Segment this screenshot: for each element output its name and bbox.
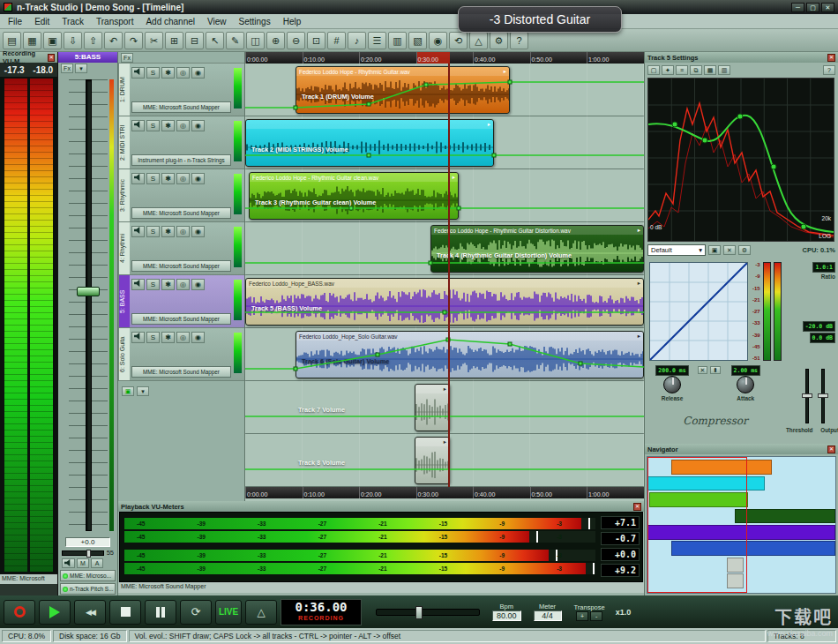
track-name-label[interactable]: 2: MIDI STRI	[118, 116, 130, 168]
track-speaker-icon[interactable]	[131, 226, 145, 237]
track-solo-button[interactable]: S	[146, 226, 160, 237]
rewind-button[interactable]: ◀◀	[74, 600, 106, 625]
metronome-button[interactable]: △	[245, 600, 277, 625]
mute-button[interactable]: M	[77, 558, 89, 568]
fader-handle[interactable]	[77, 287, 100, 296]
eq-spectrum-display[interactable]: 0 dB 20k LOG	[647, 78, 834, 242]
speaker-icon[interactable]	[62, 558, 75, 568]
record-button[interactable]	[4, 600, 35, 625]
audio-clip-track-3[interactable]: Federico Loddo Hope - Rhythmic Guitar cl…	[249, 172, 459, 220]
clip-volume-icon[interactable]: ▸	[444, 438, 446, 446]
track-pan-knob[interactable]: ◎	[176, 332, 190, 343]
timeline[interactable]: 0:00.000:10.000:20.000:30.000:40.000:50.…	[245, 52, 644, 501]
new-file-icon[interactable]: ▤	[3, 32, 21, 49]
loop-button[interactable]: ⟳	[180, 600, 212, 625]
open-file-icon[interactable]: ▦	[23, 32, 41, 49]
close-button[interactable]: ✕	[821, 3, 834, 12]
menu-item-file[interactable]: File	[2, 15, 28, 28]
menu-item-view[interactable]: View	[201, 15, 233, 28]
tracks-fx-button[interactable]: Fx	[121, 53, 133, 63]
settings-icon[interactable]: ⚙	[490, 32, 508, 49]
channel-device-button[interactable]: MME: Microso...	[60, 570, 116, 581]
zoom-out-icon[interactable]: ⊖	[287, 32, 305, 49]
track-fx-button[interactable]: ✱	[161, 226, 175, 237]
track-device-button[interactable]: MME: Microsoft Sound Mapper	[131, 207, 231, 219]
minimize-button[interactable]: ─	[791, 3, 804, 12]
audio-clip-track-8[interactable]: ▸	[415, 437, 450, 484]
track-device-button[interactable]: MME: Microsoft Sound Mapper	[131, 260, 231, 272]
grid-icon[interactable]: #	[327, 32, 346, 49]
track-fx-button[interactable]: ✱	[161, 173, 175, 184]
cut-icon[interactable]: ✂	[145, 32, 163, 49]
audio-clip-track-7[interactable]: ▸	[415, 384, 450, 431]
audio-clip-track-6[interactable]: Federico Loddo_Hope_Solo Guitar.wav▸Trac…	[296, 331, 644, 378]
close-icon[interactable]: ✕	[827, 446, 835, 453]
track-fx-button[interactable]: ✱	[161, 279, 175, 290]
track-speaker-icon[interactable]	[131, 279, 145, 290]
track-pan-knob[interactable]: ◎	[176, 226, 190, 237]
track-device-button[interactable]: MME: Microsoft Sound Mapper	[131, 101, 231, 113]
playhead[interactable]	[448, 64, 450, 487]
mixer-icon[interactable]: ▥	[388, 32, 407, 49]
slider-handle[interactable]	[415, 606, 423, 619]
live-button[interactable]: LIVE	[215, 600, 242, 625]
remove-plugin-icon[interactable]: ⬍	[710, 366, 721, 374]
close-icon[interactable]: ✕	[48, 54, 55, 62]
menu-item-add-channel[interactable]: Add channel	[139, 15, 201, 28]
metronome-icon[interactable]: △	[469, 32, 488, 49]
clip-volume-icon[interactable]: ▸	[638, 280, 640, 287]
navigator-map[interactable]	[647, 456, 836, 594]
track-name-label[interactable]: 5: BASS	[118, 275, 130, 327]
paste-icon[interactable]: ⊟	[185, 32, 204, 49]
preset-dropdown[interactable]: Default▾	[647, 244, 706, 256]
save-icon[interactable]: ▣	[43, 32, 62, 49]
transpose-up-button[interactable]: +	[576, 611, 588, 621]
pause-button[interactable]	[145, 600, 176, 625]
output-slider[interactable]	[816, 367, 830, 425]
channel-menu-button[interactable]: ▾	[75, 64, 87, 73]
clip-volume-icon[interactable]: ▸	[638, 333, 640, 340]
pan-slider[interactable]	[62, 550, 104, 556]
piano-roll-icon[interactable]: ♪	[348, 32, 366, 49]
track-solo-button[interactable]: S	[146, 67, 160, 79]
track-solo-button[interactable]: S	[146, 279, 160, 290]
time-ruler-bottom[interactable]: 0:00.000:10.000:20.000:30.000:40.000:50.…	[245, 487, 644, 498]
track-pan-knob[interactable]: ◎	[176, 279, 190, 290]
play-button[interactable]	[39, 600, 71, 625]
zoom-in-icon[interactable]: ⊕	[266, 32, 285, 49]
menu-item-transport[interactable]: Transport	[90, 15, 139, 28]
draw-tool-icon[interactable]: ✎	[226, 32, 244, 49]
compressor-curve-display[interactable]	[649, 262, 748, 361]
transpose-down-button[interactable]: -	[590, 611, 602, 621]
track-record-arm-button[interactable]: ◉	[191, 226, 205, 237]
save-preset-icon[interactable]: ▣	[708, 245, 721, 255]
delete-preset-icon[interactable]: ✕	[723, 245, 736, 255]
track-lanes[interactable]: Federico Loddo Hope - Rhythmic Guitar.wa…	[245, 64, 644, 487]
meter-value[interactable]: 4/4	[534, 610, 562, 621]
close-icon[interactable]: ✕	[827, 54, 835, 62]
track-name-label[interactable]: 1: DRUM	[118, 64, 130, 116]
track-speaker-icon[interactable]	[131, 67, 145, 79]
track-record-arm-button[interactable]: ◉	[191, 120, 205, 131]
channel-fx-button[interactable]: Fx	[61, 64, 73, 73]
audio-clip-track-2[interactable]: ▸Track 2 (MIDI STRINGS) Volume	[245, 119, 494, 167]
undo-icon[interactable]: ↶	[104, 32, 123, 49]
song-position-slider[interactable]	[376, 609, 480, 616]
attack-knob[interactable]	[737, 376, 754, 393]
track-pan-knob[interactable]: ◎	[176, 173, 190, 184]
track-speaker-icon[interactable]	[131, 332, 145, 343]
track-record-arm-button[interactable]: ◉	[191, 173, 205, 184]
track-pan-knob[interactable]: ◎	[176, 120, 190, 131]
routing-icon[interactable]: ▥	[718, 65, 730, 75]
bpm-value[interactable]: 80.00	[492, 610, 521, 621]
bypass-icon[interactable]: ✕	[698, 366, 708, 374]
zoom-fit-icon[interactable]: ⊡	[307, 32, 325, 49]
clip-volume-icon[interactable]: ▸	[504, 68, 506, 75]
time-ruler-top[interactable]: 0:00.000:10.000:20.000:30.000:40.000:50.…	[245, 52, 644, 64]
track-solo-button[interactable]: S	[146, 120, 160, 131]
track-device-button[interactable]: Instrument plug-in - n-Track Strings	[131, 154, 231, 166]
automation-button[interactable]: A	[91, 558, 103, 568]
navigator-viewport[interactable]	[647, 457, 747, 593]
help-icon[interactable]: ?	[823, 65, 835, 75]
copy-settings-icon[interactable]: ⧉	[690, 65, 702, 75]
